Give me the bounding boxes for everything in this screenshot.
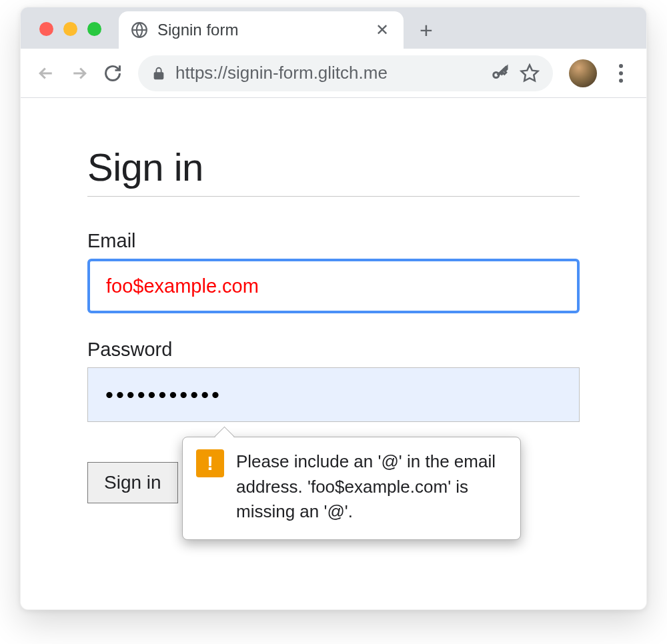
lock-icon	[151, 66, 166, 81]
browser-toolbar: https://signin-form.glitch.me	[21, 49, 646, 98]
browser-window: Signin form ✕ + https://signin-form.glit…	[20, 7, 647, 610]
address-bar[interactable]: https://signin-form.glitch.me	[138, 55, 553, 91]
page-content: Sign in Email Password Sign in ! Please …	[21, 98, 646, 530]
page-title: Sign in	[87, 145, 580, 197]
signin-button[interactable]: Sign in	[87, 462, 178, 503]
tab-strip: Signin form ✕ +	[21, 7, 646, 49]
password-field-group: Password	[87, 339, 580, 422]
profile-avatar[interactable]	[569, 59, 597, 87]
back-button[interactable]	[33, 60, 59, 87]
browser-menu-button[interactable]	[608, 60, 634, 87]
url-text: https://signin-form.glitch.me	[175, 63, 481, 83]
validation-tooltip: ! Please include an '@' in the email add…	[182, 437, 521, 540]
password-label: Password	[87, 339, 580, 361]
close-tab-button[interactable]: ✕	[372, 19, 393, 41]
tab-title: Signin form	[157, 21, 372, 39]
window-controls	[39, 22, 101, 36]
maximize-window-button[interactable]	[87, 22, 101, 36]
email-input[interactable]	[87, 259, 580, 313]
password-input[interactable]	[87, 367, 580, 422]
warning-icon: !	[196, 449, 224, 477]
svg-marker-2	[522, 65, 538, 81]
key-icon[interactable]	[490, 63, 510, 83]
validation-message: Please include an '@' in the email addre…	[236, 449, 507, 525]
new-tab-button[interactable]: +	[404, 17, 449, 49]
close-window-button[interactable]	[39, 22, 53, 36]
reload-button[interactable]	[99, 60, 126, 87]
forward-button[interactable]	[66, 60, 93, 87]
email-label: Email	[87, 230, 580, 252]
browser-tab[interactable]: Signin form ✕	[119, 11, 404, 49]
minimize-window-button[interactable]	[63, 22, 77, 36]
star-icon[interactable]	[520, 63, 540, 83]
globe-icon	[131, 21, 148, 39]
email-field-group: Email	[87, 230, 580, 313]
